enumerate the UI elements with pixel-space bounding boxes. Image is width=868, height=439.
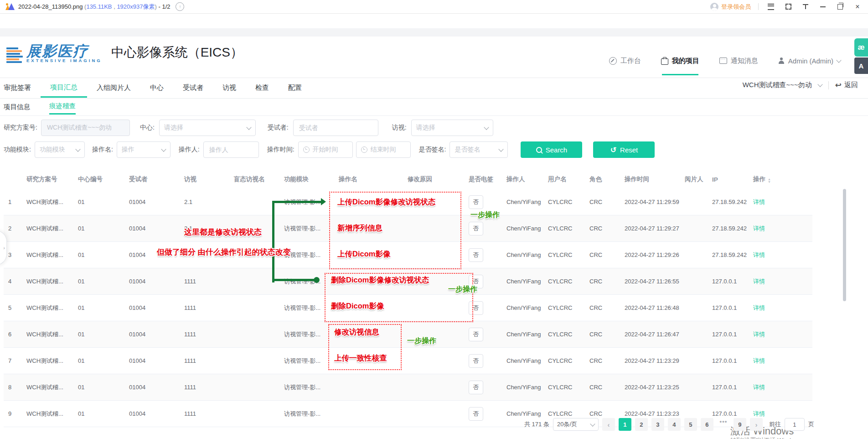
table-cell: 01 [73, 384, 124, 391]
prev-page-button[interactable]: ‹ [602, 418, 615, 431]
tab-审批签署[interactable]: 审批签署 [4, 78, 41, 98]
windows-activation-watermark-sub: 转到“设置”以激活 Windows。 [730, 436, 807, 439]
table-cell: 01004 [124, 278, 180, 285]
project-selector[interactable]: WCH测试稽查~~~勿动 [743, 81, 812, 89]
table-cell: CRC [585, 331, 620, 338]
restore-button[interactable] [835, 2, 845, 12]
detail-link[interactable]: 详情 [753, 278, 765, 285]
table-cell: 01 [73, 331, 124, 338]
clock-icon [361, 146, 367, 153]
table-cell: 27.18.59.242 [708, 225, 749, 232]
login-vip-link[interactable]: 登录领会员 [721, 3, 751, 11]
detail-link[interactable]: 详情 [753, 357, 765, 364]
red-operation-annotation: 修改访视信息 [334, 327, 379, 337]
subject-input[interactable] [293, 120, 378, 136]
table-cell: 127.0.0.1 [708, 304, 749, 311]
nav-item-dashboard[interactable]: 工作台 [609, 54, 641, 68]
table-cell: WCH测试稽... [22, 225, 73, 233]
table-cell: CRC [585, 304, 620, 311]
protocol-input[interactable] [41, 120, 130, 136]
row-index-cell: 9 [4, 410, 22, 417]
minimize-button[interactable] [818, 2, 828, 12]
detail-link[interactable]: 详情 [753, 384, 765, 391]
detail-link[interactable]: 详情 [753, 251, 765, 258]
table-cell: 01004 [124, 199, 180, 205]
table-cell: 127.0.0.1 [708, 331, 749, 338]
back-button[interactable]: ↩ 返回 [835, 80, 858, 90]
tab-受试者[interactable]: 受试者 [173, 78, 213, 98]
detail-link[interactable]: 详情 [753, 304, 765, 311]
module-select[interactable]: 功能模块 [35, 141, 85, 158]
nav-item-label: Admin (Admin) [788, 57, 833, 65]
end-time-input[interactable]: 结束时间 [356, 141, 411, 158]
nav-item-user[interactable]: Admin (Admin) [778, 54, 841, 68]
table-cell: 否 [464, 328, 502, 341]
page-button-1[interactable]: 1 [619, 418, 631, 431]
visit-label: 访视: [392, 124, 407, 132]
tab-项目汇总[interactable]: 项目汇总 [41, 78, 87, 98]
nav-item-label: 通知消息 [731, 57, 758, 65]
red-operation-annotation: 删除Dicom影像修改访视状态 [331, 275, 429, 285]
pagination-ellipsis[interactable]: ••• [717, 418, 730, 431]
tab-入组阅片人[interactable]: 入组阅片人 [87, 78, 140, 98]
table-cell: 1111 [180, 278, 229, 285]
page-button-9[interactable]: 9 [734, 418, 746, 431]
table-header: 研究方案号中心编号受试者访视盲态访视名功能模块操作名修改原因是否电签操作人用户名… [4, 170, 812, 189]
table-cell: WCH测试稽... [22, 304, 73, 312]
detail-link[interactable]: 详情 [753, 410, 765, 417]
page-button-3[interactable]: 3 [651, 418, 664, 431]
subtab-项目信息[interactable]: 项目信息 [4, 99, 30, 115]
subtab-痕迹稽查[interactable]: 痕迹稽查 [49, 99, 76, 115]
detail-link[interactable]: 详情 [753, 331, 765, 338]
annotation-bracket-vertical [272, 201, 274, 282]
nav-item-project[interactable]: 我的项目 [661, 54, 699, 68]
goto-page-input[interactable]: 1 [785, 418, 805, 431]
pin-icon[interactable] [801, 2, 811, 12]
esign-tag: 否 [469, 195, 483, 209]
login-avatar-icon[interactable] [710, 3, 718, 11]
table-scrollbar[interactable] [843, 189, 846, 301]
nav-item-label: 我的项目 [672, 57, 699, 65]
table-cell: 否 [464, 407, 502, 421]
nav-item-message[interactable]: 通知消息 [719, 54, 758, 68]
tab-检查[interactable]: 检查 [246, 78, 279, 98]
chevron-down-icon [590, 421, 595, 426]
file-info-part: , [112, 3, 117, 10]
table-cell: Chen/YiFang [502, 357, 543, 364]
translate-extension-badge[interactable]: æ [854, 38, 868, 57]
sort-icon[interactable]: ▲▼ [768, 178, 771, 183]
table-cell: 否 [464, 381, 502, 394]
file-info-part: 2022-04-28_113950.png [18, 3, 84, 10]
center-select[interactable]: 请选择 [159, 120, 256, 136]
tab-访视[interactable]: 访视 [213, 78, 246, 98]
table-cell: CRC [585, 357, 620, 364]
next-page-button[interactable]: › [750, 418, 763, 431]
reset-button[interactable]: ↺Reset [593, 141, 655, 158]
table-cell: 否 [464, 222, 502, 235]
table-cell: 1111 [180, 410, 229, 417]
menu-icon[interactable] [766, 2, 776, 12]
upload-cloud-icon[interactable]: ↑ [176, 2, 184, 11]
sign-select[interactable]: 是否签名 [450, 141, 508, 158]
page-button-2[interactable]: 2 [635, 418, 648, 431]
tab-中心[interactable]: 中心 [140, 78, 173, 98]
page-button-4[interactable]: 4 [668, 418, 681, 431]
start-time-input[interactable]: 开始时间 [298, 141, 353, 158]
fullscreen-icon[interactable] [783, 2, 793, 12]
translate-a-badge[interactable]: A [854, 57, 868, 74]
detail-link[interactable]: 详情 [753, 225, 765, 232]
search-button[interactable]: Search [521, 141, 582, 158]
page-button-6[interactable]: 6 [701, 418, 713, 431]
tab-配置[interactable]: 配置 [279, 78, 311, 98]
close-button[interactable]: × [852, 2, 863, 12]
detail-link[interactable]: 详情 [753, 199, 765, 205]
page-size-select[interactable]: 20条/页 [553, 418, 599, 431]
visit-select[interactable]: 请选择 [411, 120, 493, 136]
table-cell: 详情 [749, 357, 812, 365]
table-cell: CYLCRC [543, 357, 585, 364]
table-cell: 01 [73, 357, 124, 364]
opname-select[interactable]: 操作 [117, 141, 170, 158]
page-button-5[interactable]: 5 [684, 418, 697, 431]
operator-input[interactable] [203, 141, 259, 158]
table-cell: 详情 [749, 304, 812, 312]
